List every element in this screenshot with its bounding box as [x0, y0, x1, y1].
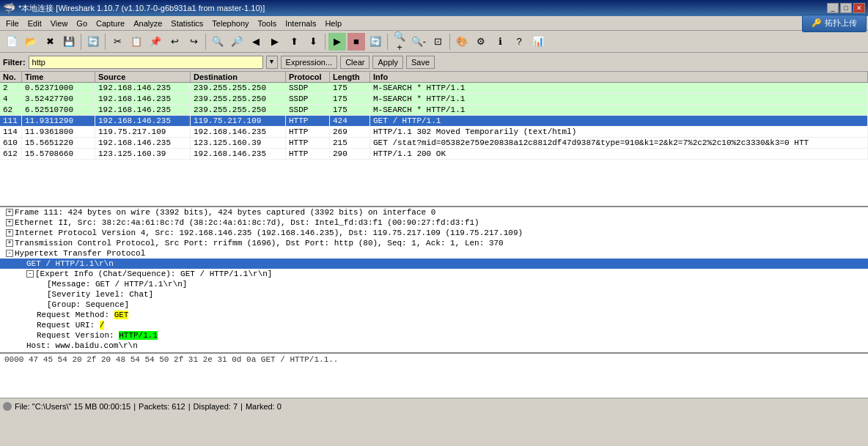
filter-clear-button[interactable]: Clear [340, 56, 369, 69]
table-row[interactable]: 2 0.52371000 192.168.146.235 239.255.255… [0, 83, 868, 94]
expand-icon[interactable]: + [6, 209, 13, 216]
toolbar-btn-cut[interactable]: ✂ [108, 33, 126, 51]
toolbar-btn-settings[interactable]: ⚙ [472, 33, 490, 51]
table-row[interactable]: 114 11.9361800 119.75.217.109 192.168.14… [0, 127, 868, 138]
toolbar-btn-paste[interactable]: 📌 [147, 33, 164, 51]
status-indicator [3, 402, 12, 411]
packet-list[interactable]: No. Time Source Destination Protocol Len… [0, 72, 868, 207]
app-icon: 🦈 [3, 2, 15, 14]
toolbar-btn-reload[interactable]: 🔄 [84, 33, 102, 51]
toolbar-btn-zoom-out[interactable]: 🔍- [410, 33, 427, 51]
minimize-button[interactable]: _ [827, 3, 839, 13]
status-sep2: | [188, 402, 191, 411]
expand-icon[interactable]: + [6, 239, 13, 247]
toolbar-btn-zoom-reset[interactable]: ⊡ [429, 33, 446, 51]
toolbar-btn-find[interactable]: 🔍 [209, 33, 227, 51]
menu-edit[interactable]: Edit [23, 18, 46, 29]
detail-row[interactable]: [Group: Sequence] [0, 300, 868, 310]
toolbar-btn-save[interactable]: 💾 [60, 33, 78, 51]
detail-row[interactable]: Request Version: HTTP/1.1 [0, 330, 868, 341]
cell-len: 215 [330, 138, 370, 148]
cell-no: 4 [0, 94, 22, 104]
expand-icon[interactable]: - [26, 270, 34, 278]
menu-view[interactable]: View [46, 18, 73, 29]
detail-row[interactable]: + Ethernet II, Src: 38:2c:4a:61:8c:7d (3… [0, 218, 868, 228]
detail-row[interactable]: Request URI: / [0, 320, 868, 330]
cell-time: 11.9361800 [22, 127, 95, 137]
highlight-text: GET [114, 311, 129, 319]
title-bar-controls[interactable]: _ □ ✕ [827, 3, 865, 13]
cell-info: HTTP/1.1 302 Moved Temporarily (text/htm… [370, 127, 868, 137]
detail-row[interactable]: + Frame 111: 424 bytes on wire (3392 bit… [0, 207, 868, 218]
detail-text: [Severity level: Chat] [47, 290, 153, 299]
table-row[interactable]: 4 3.52427700 192.168.146.235 239.255.255… [0, 94, 868, 105]
cell-proto: HTTP [286, 149, 330, 159]
toolbar-right-area: 🔑 拓扑上传 [802, 15, 867, 32]
menu-file[interactable]: File [1, 18, 23, 29]
toolbar-btn-restart[interactable]: 🔄 [367, 33, 384, 51]
toolbar-btn-down[interactable]: ⬇ [304, 33, 322, 51]
packet-detail[interactable]: + Frame 111: 424 bytes on wire (3392 bit… [0, 207, 868, 354]
detail-row[interactable]: - [Expert Info (Chat/Sequence): GET / HT… [0, 269, 868, 279]
menu-analyze[interactable]: Analyze [129, 18, 166, 29]
toolbar-btn-colorize[interactable]: 🎨 [453, 33, 471, 51]
toolbar-btn-redo[interactable]: ↪ [185, 33, 202, 51]
toolbar-btn-new[interactable]: 📄 [3, 33, 21, 51]
cell-dest: 123.125.160.39 [191, 138, 286, 148]
detail-row[interactable]: Request Method: GET [0, 310, 868, 320]
table-row[interactable]: 612 15.5708660 123.125.160.39 192.168.14… [0, 149, 868, 160]
menu-statistics[interactable]: Statistics [166, 18, 207, 29]
filter-apply-button[interactable]: Apply [372, 56, 403, 69]
toolbar-btn-zoom-in[interactable]: 🔍+ [391, 33, 408, 51]
toolbar-btn-up[interactable]: ⬆ [285, 33, 303, 51]
expand-icon[interactable]: + [6, 229, 13, 237]
toolbar-btn-prev[interactable]: ◀ [247, 33, 265, 51]
packet-bytes: 0000 47 45 54 20 2f 20 48 54 54 50 2f 31… [0, 354, 868, 398]
cell-time: 15.5708660 [22, 149, 95, 159]
toolbar-btn-start[interactable]: ▶ [328, 33, 346, 51]
detail-rows-container: + Frame 111: 424 bytes on wire (3392 bit… [0, 207, 868, 354]
menu-telephony[interactable]: Telephony [207, 18, 253, 29]
table-row[interactable]: 610 15.5651220 192.168.146.235 123.125.1… [0, 138, 868, 149]
expand-icon[interactable]: - [6, 250, 13, 257]
filter-save-button[interactable]: Save [406, 56, 435, 69]
cell-source: 192.168.146.235 [95, 105, 191, 115]
detail-row[interactable]: [Message: GET / HTTP/1.1\r\n] [0, 279, 868, 289]
table-row[interactable]: 62 6.52510700 192.168.146.235 239.255.25… [0, 105, 868, 116]
detail-row[interactable]: + Transmission Control Protocol, Src Por… [0, 238, 868, 248]
maximize-button[interactable]: □ [840, 3, 852, 13]
close-button[interactable]: ✕ [853, 3, 865, 13]
toolbar-btn-go[interactable]: 🔎 [228, 33, 246, 51]
detail-row[interactable]: + Internet Protocol Version 4, Src: 192.… [0, 228, 868, 238]
cell-time: 6.52510700 [22, 105, 95, 115]
status-file: File: "C:\Users\" 15 MB 00:00:15 [15, 402, 130, 411]
toolbar-btn-copy[interactable]: 📋 [128, 33, 145, 51]
expand-icon[interactable]: + [6, 219, 13, 226]
detail-row[interactable]: [Severity level: Chat] [0, 289, 868, 300]
table-row[interactable]: 111 11.9311290 192.168.146.235 119.75.21… [0, 116, 868, 127]
toolbar-btn-info[interactable]: ℹ [491, 33, 509, 51]
toolbar-btn-open[interactable]: 📂 [22, 33, 40, 51]
topology-upload-button[interactable]: 🔑 拓扑上传 [802, 15, 867, 32]
cell-info: GET / HTTP/1.1 [370, 116, 868, 126]
filter-expression-button[interactable]: Expression... [281, 56, 338, 69]
cell-len: 175 [330, 94, 370, 104]
menu-internals[interactable]: Internals [281, 18, 320, 29]
cell-info: M-SEARCH * HTTP/1.1 [370, 83, 868, 93]
toolbar-btn-stop[interactable]: ■ [347, 33, 365, 51]
detail-text: GET / HTTP/1.1\r\n [26, 259, 114, 268]
detail-row[interactable]: GET / HTTP/1.1\r\n [0, 259, 868, 269]
detail-row[interactable]: - Hypertext Transfer Protocol [0, 248, 868, 259]
detail-row[interactable]: Host: www.baidu.com\r\n [0, 341, 868, 351]
toolbar-btn-undo[interactable]: ↩ [166, 33, 183, 51]
filter-input[interactable] [29, 56, 263, 69]
toolbar-btn-extra[interactable]: 📊 [529, 33, 547, 51]
toolbar-btn-next[interactable]: ▶ [266, 33, 284, 51]
toolbar-btn-help[interactable]: ? [510, 33, 528, 51]
menu-capture[interactable]: Capture [92, 18, 129, 29]
menu-go[interactable]: Go [72, 18, 92, 29]
toolbar-btn-close[interactable]: ✖ [41, 33, 59, 51]
menu-help[interactable]: Help [320, 18, 346, 29]
filter-dropdown-button[interactable]: ▼ [266, 56, 278, 69]
menu-tools[interactable]: Tools [254, 18, 282, 29]
